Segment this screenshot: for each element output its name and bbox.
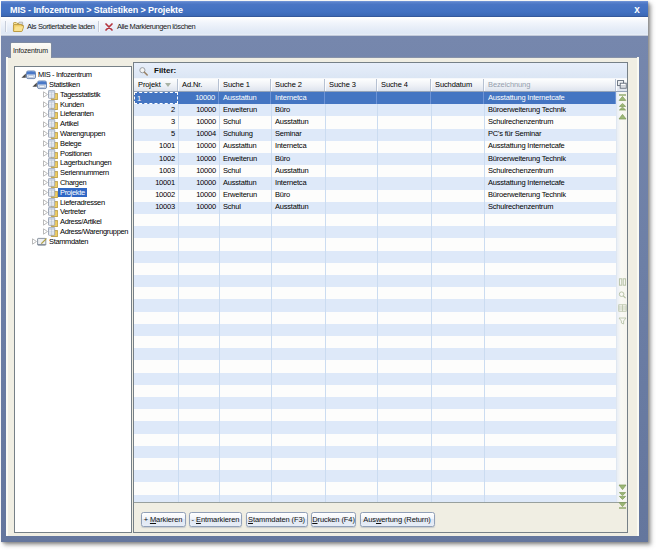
- tree-item-kunden[interactable]: Kunden: [15, 100, 131, 110]
- grid-row-selected[interactable]: 110000AusstattunInternetcaAusstattung In…: [134, 92, 616, 104]
- grid-row[interactable]: 100210000ErweiterunBüroBüroerweiterung T…: [134, 153, 616, 165]
- row-up-icon[interactable]: [618, 113, 627, 121]
- grid-cell[interactable]: 10000: [178, 92, 219, 104]
- grid-cell[interactable]: Büro: [271, 189, 325, 201]
- tree-item-chargen[interactable]: Chargen: [15, 178, 131, 188]
- grid-cell[interactable]: [431, 140, 484, 152]
- go-last-icon[interactable]: [618, 501, 627, 509]
- grid-cell[interactable]: [377, 153, 431, 165]
- grid-row[interactable]: 310000SchulAusstattunSchulrechenzentrum: [134, 116, 616, 128]
- grid-cell[interactable]: 1003: [134, 165, 178, 177]
- grid-cell[interactable]: [377, 116, 431, 128]
- grid-cell[interactable]: [431, 92, 484, 104]
- grid-cell[interactable]: Schul: [219, 116, 271, 128]
- filter-icon[interactable]: [618, 317, 627, 325]
- grid-cell[interactable]: [377, 92, 431, 104]
- grid-row[interactable]: 1000110000AusstattunInternetcaAusstattun…: [134, 177, 616, 189]
- grid-cell[interactable]: 2: [134, 104, 178, 116]
- close-icon[interactable]: x: [631, 2, 643, 17]
- grid-cell[interactable]: Ausstattung Internetcafe: [484, 177, 616, 189]
- grid-cell[interactable]: [325, 116, 377, 128]
- grid-row[interactable]: 100110000AusstattunInternetcaAusstattung…: [134, 140, 616, 152]
- grid-cell[interactable]: Büro: [271, 153, 325, 165]
- tree-item-stammdaten[interactable]: Stammdaten: [15, 237, 131, 247]
- clear-markings-button[interactable]: Alle Markierungen löschen: [104, 18, 195, 35]
- tree-item-seriennummern[interactable]: Seriennummern: [15, 168, 131, 178]
- grid-cell[interactable]: Schul: [219, 201, 271, 213]
- grid-cell[interactable]: 10001: [134, 177, 178, 189]
- grid-cell[interactable]: Erweiterun: [219, 104, 271, 116]
- grid-cell[interactable]: Erweiterun: [219, 189, 271, 201]
- grid-cell[interactable]: [325, 92, 377, 104]
- tree-item-positionen[interactable]: Positionen: [15, 149, 131, 159]
- grid-cell[interactable]: 10004: [178, 128, 219, 140]
- tree-item-lagerbuchungen[interactable]: Lagerbuchungen: [15, 158, 131, 168]
- grid-cell[interactable]: [377, 165, 431, 177]
- grid-cell[interactable]: Ausstattung Internetcafe: [484, 92, 616, 104]
- title-bar[interactable]: MIS - Infozentrum > Statistiken > Projek…: [1, 1, 648, 17]
- column-header-bezeichnung[interactable]: Bezeichnung: [484, 79, 616, 91]
- grid-cell[interactable]: [377, 189, 431, 201]
- footer-button-stammdaten-f3[interactable]: Stammdaten (F3): [246, 512, 308, 527]
- footer-button-drucken-f4[interactable]: Drucken (F4): [311, 512, 356, 527]
- grid-cell[interactable]: Ausstattun: [219, 140, 271, 152]
- grid-cell[interactable]: [431, 128, 484, 140]
- footer-button-markieren[interactable]: + Markieren: [141, 512, 186, 527]
- grid-cell[interactable]: Ausstattung Internetcafe: [484, 140, 616, 152]
- grid-cell[interactable]: 10000: [178, 201, 219, 213]
- grid-cell[interactable]: [325, 201, 377, 213]
- grid-cell[interactable]: [431, 153, 484, 165]
- grid-cell[interactable]: [325, 140, 377, 152]
- grid-cell[interactable]: [325, 104, 377, 116]
- grid-cell[interactable]: 10002: [134, 189, 178, 201]
- grid-row[interactable]: 510004SchulungSeminarPC's für Seminar: [134, 128, 616, 140]
- grid-cell[interactable]: [377, 104, 431, 116]
- grid-row[interactable]: 1000210000ErweiterunBüroBüroerweiterung …: [134, 189, 616, 201]
- grid-cell[interactable]: 3: [134, 116, 178, 128]
- grid-cell[interactable]: [377, 140, 431, 152]
- grid-cell[interactable]: Büroerweiterung Technik: [484, 189, 616, 201]
- tree-item-tagesstatistik[interactable]: Tagesstatistik: [15, 90, 131, 100]
- grid-cell[interactable]: [325, 177, 377, 189]
- grid-corner-button[interactable]: [616, 79, 628, 91]
- grid-filter-row[interactable]: Filter:: [134, 63, 627, 79]
- grid-cell[interactable]: [325, 128, 377, 140]
- footer-button-auswertung-return[interactable]: Auswertung (Return): [360, 512, 435, 527]
- grid-cell[interactable]: [431, 189, 484, 201]
- column-header-projekt[interactable]: Projekt: [134, 79, 178, 91]
- grid-cell[interactable]: Schul: [219, 165, 271, 177]
- grid-cell[interactable]: [431, 104, 484, 116]
- grid-cell[interactable]: Ausstattun: [219, 92, 271, 104]
- tree-item-adress-warengruppen[interactable]: Adress/Warengruppen: [15, 227, 131, 237]
- tree-item-projekte[interactable]: Projekte: [15, 188, 131, 198]
- column-header-ad-nr-[interactable]: Ad.Nr.: [178, 79, 219, 91]
- grid-cell[interactable]: Ausstattun: [271, 201, 325, 213]
- grid-cell[interactable]: Seminar: [271, 128, 325, 140]
- grid-cell[interactable]: Schulrechenzentrum: [484, 165, 616, 177]
- grid-cell[interactable]: Ausstattun: [271, 116, 325, 128]
- grid-cell[interactable]: Ausstattun: [219, 177, 271, 189]
- tree-item-mis-infozentrum[interactable]: MIS - Infozentrum: [15, 70, 131, 80]
- grid-cell[interactable]: [325, 189, 377, 201]
- grid-cell[interactable]: [377, 128, 431, 140]
- grid-cell[interactable]: Internetca: [271, 92, 325, 104]
- tree-item-artikel[interactable]: Artikel: [15, 119, 131, 129]
- tree-item-adress-artikel[interactable]: Adress/Artikel: [15, 217, 131, 227]
- grid-cell[interactable]: [325, 165, 377, 177]
- grid-cell[interactable]: [431, 201, 484, 213]
- grid-cell[interactable]: 10003: [134, 201, 178, 213]
- search-icon[interactable]: [618, 291, 627, 299]
- tree-item-warengruppen[interactable]: Warengruppen: [15, 129, 131, 139]
- row-down-icon[interactable]: [618, 483, 627, 491]
- grid-cell[interactable]: Büro: [271, 104, 325, 116]
- grid-cell[interactable]: 10000: [178, 104, 219, 116]
- tree-item-statistiken[interactable]: Statistiken: [15, 80, 131, 90]
- column-header-suche-1[interactable]: Suche 1: [219, 79, 271, 91]
- tree-item-vertreter[interactable]: Vertreter: [15, 207, 131, 217]
- grid-cell[interactable]: Büroerweiterung Technik: [484, 104, 616, 116]
- grid-cell[interactable]: [377, 177, 431, 189]
- toolbar-grip[interactable]: [5, 21, 7, 32]
- column-header-suche-2[interactable]: Suche 2: [271, 79, 325, 91]
- tab-infozentrum[interactable]: Infozentrum: [10, 42, 52, 58]
- footer-button-entmarkieren[interactable]: - Entmarkieren: [189, 512, 242, 527]
